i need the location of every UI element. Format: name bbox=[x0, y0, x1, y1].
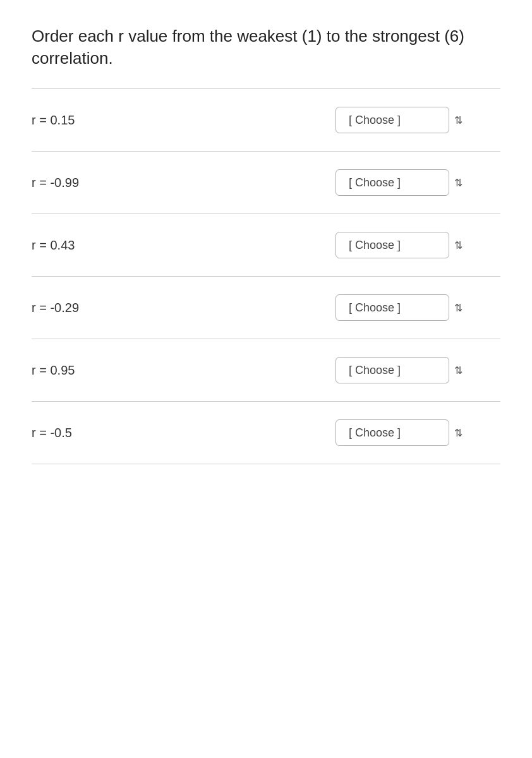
select-wrapper-4: [ Choose ]123456⇅ bbox=[336, 357, 462, 383]
chevron-down-icon-3: ⇅ bbox=[454, 302, 462, 314]
r-label-2: r = 0.43 bbox=[32, 238, 133, 253]
select-wrapper-5: [ Choose ]123456⇅ bbox=[336, 419, 462, 446]
question-row-5: r = -0.5[ Choose ]123456⇅ bbox=[32, 402, 500, 464]
chevron-down-icon-2: ⇅ bbox=[454, 239, 462, 251]
page-title: Order each r value from the weakest (1) … bbox=[32, 25, 500, 69]
choose-select-4[interactable]: [ Choose ]123456 bbox=[336, 357, 449, 383]
chevron-down-icon-5: ⇅ bbox=[454, 427, 462, 439]
question-row-3: r = -0.29[ Choose ]123456⇅ bbox=[32, 277, 500, 339]
choose-select-0[interactable]: [ Choose ]123456 bbox=[336, 107, 449, 133]
question-row-2: r = 0.43[ Choose ]123456⇅ bbox=[32, 214, 500, 277]
r-label-4: r = 0.95 bbox=[32, 363, 133, 378]
chevron-down-icon-4: ⇅ bbox=[454, 364, 462, 376]
select-wrapper-1: [ Choose ]123456⇅ bbox=[336, 169, 462, 196]
chevron-down-icon-0: ⇅ bbox=[454, 114, 462, 126]
r-label-0: r = 0.15 bbox=[32, 113, 133, 128]
choose-select-1[interactable]: [ Choose ]123456 bbox=[336, 169, 449, 196]
choose-select-3[interactable]: [ Choose ]123456 bbox=[336, 294, 449, 321]
choose-select-5[interactable]: [ Choose ]123456 bbox=[336, 419, 449, 446]
question-rows: r = 0.15[ Choose ]123456⇅r = -0.99[ Choo… bbox=[32, 88, 500, 464]
chevron-down-icon-1: ⇅ bbox=[454, 177, 462, 189]
r-label-3: r = -0.29 bbox=[32, 301, 133, 315]
r-label-5: r = -0.5 bbox=[32, 426, 133, 440]
question-row-1: r = -0.99[ Choose ]123456⇅ bbox=[32, 152, 500, 214]
select-wrapper-2: [ Choose ]123456⇅ bbox=[336, 232, 462, 258]
question-row-4: r = 0.95[ Choose ]123456⇅ bbox=[32, 339, 500, 402]
question-row-0: r = 0.15[ Choose ]123456⇅ bbox=[32, 89, 500, 152]
select-wrapper-0: [ Choose ]123456⇅ bbox=[336, 107, 462, 133]
r-label-1: r = -0.99 bbox=[32, 176, 133, 190]
select-wrapper-3: [ Choose ]123456⇅ bbox=[336, 294, 462, 321]
choose-select-2[interactable]: [ Choose ]123456 bbox=[336, 232, 449, 258]
